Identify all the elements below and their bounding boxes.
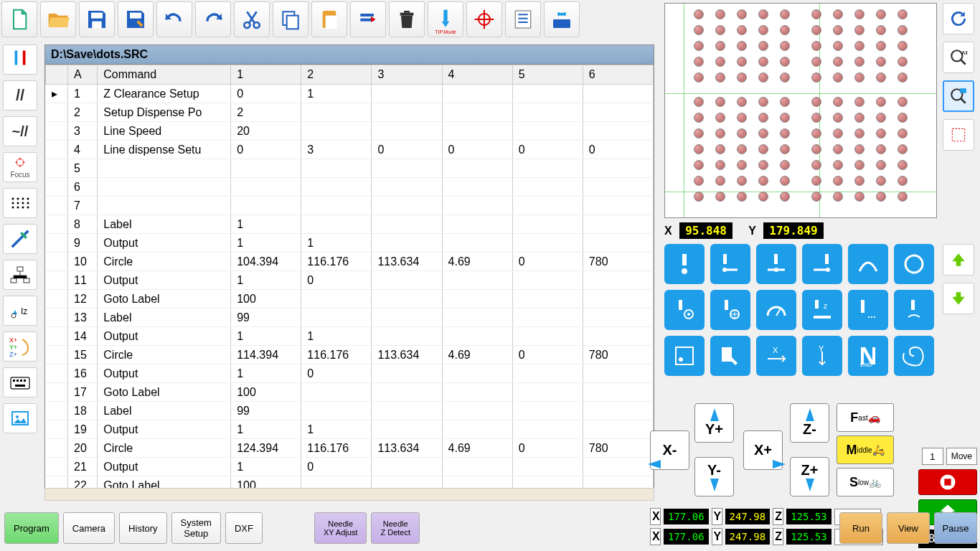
list-button[interactable]: [505, 1, 541, 37]
cmd-axis-x[interactable]: X: [756, 336, 796, 376]
paste-button[interactable]: [311, 1, 347, 37]
cmd-spiral[interactable]: [894, 336, 934, 376]
hierarchy-tool-button[interactable]: [3, 260, 37, 290]
dxf-button[interactable]: DXF: [225, 512, 263, 544]
stop-button[interactable]: [918, 469, 977, 495]
redo-button[interactable]: [195, 1, 231, 37]
camera-button[interactable]: Camera: [63, 512, 115, 544]
jog-z-plus[interactable]: Z+: [790, 457, 829, 496]
grid-row[interactable]: 4Line dispense Setu030000: [46, 141, 654, 159]
jog-z-minus[interactable]: Z-: [790, 403, 829, 443]
cmd-line-end[interactable]: [802, 244, 842, 284]
grid-row[interactable]: 16Output10: [46, 364, 654, 383]
grid-row[interactable]: 8Label1: [46, 215, 654, 234]
speed-fast[interactable]: Fast 🚗: [837, 403, 894, 432]
wave-tool-button[interactable]: ~//: [3, 116, 37, 146]
cmd-line-start[interactable]: [710, 244, 750, 284]
grid-row[interactable]: 20Circle124.394116.176113.6344.690780: [46, 439, 654, 458]
jog-x-minus[interactable]: X-: [650, 430, 689, 470]
grid-row[interactable]: 2Setup Dispense Po2: [46, 103, 654, 122]
move-step-input[interactable]: [922, 448, 943, 465]
preview-panel[interactable]: [664, 3, 937, 218]
grid-header[interactable]: 5: [512, 65, 583, 85]
up-button[interactable]: [943, 244, 974, 276]
grid-header[interactable]: 1: [231, 65, 301, 85]
jog-y-plus[interactable]: Y+: [694, 403, 734, 443]
grid-row[interactable]: 12Goto Label100: [46, 290, 654, 309]
cmd-retract[interactable]: [894, 290, 934, 330]
grid-row[interactable]: 3Line Speed20: [46, 122, 654, 141]
grid-header[interactable]: [46, 65, 68, 85]
cmd-dispense-dot[interactable]: [664, 244, 705, 284]
grid-row[interactable]: 21Output10: [46, 458, 654, 476]
grid-row[interactable]: 14Output11: [46, 327, 654, 346]
pause-button[interactable]: Pause: [934, 512, 977, 544]
image-tool-button[interactable]: [3, 403, 37, 433]
refresh-button[interactable]: [943, 3, 974, 34]
program-button[interactable]: Program: [4, 512, 59, 544]
cmd-line-setup[interactable]: [710, 290, 750, 330]
grid-header[interactable]: 4: [442, 65, 512, 85]
cmd-arc[interactable]: [848, 244, 888, 284]
grid-row[interactable]: ▸1Z Clearance Setup01: [46, 85, 654, 103]
focus-button[interactable]: Focus: [3, 152, 37, 182]
grid-row[interactable]: 6: [46, 178, 654, 197]
grid-row[interactable]: 10Circle104.394116.176113.6344.690780: [46, 253, 654, 271]
speed-slow[interactable]: Slow 🚲: [837, 468, 894, 496]
grid-row[interactable]: 17Goto Label100: [46, 383, 654, 402]
grid-header[interactable]: A: [67, 65, 97, 85]
selection-button[interactable]: [943, 119, 974, 151]
grid-row[interactable]: 18Label99: [46, 402, 654, 420]
sync-button[interactable]: [544, 1, 580, 37]
delete-button[interactable]: [389, 1, 425, 37]
dots-tool-button[interactable]: [3, 188, 37, 218]
open-file-button[interactable]: [40, 1, 76, 37]
grid-row[interactable]: 13Label99: [46, 309, 654, 327]
cmd-dispense-setup[interactable]: [664, 290, 705, 330]
undo-button[interactable]: [156, 1, 192, 37]
xyz-setup-button[interactable]: X+Y+Z+: [3, 331, 37, 362]
grid-row[interactable]: 11Output10: [46, 271, 654, 290]
cmd-z-clearance[interactable]: z: [802, 290, 842, 330]
cmd-circle[interactable]: [894, 244, 934, 284]
speed-middle[interactable]: Middle🛵: [837, 435, 894, 464]
grid-row[interactable]: 5: [46, 159, 654, 178]
grid-row[interactable]: 15Circle114.394116.176113.6344.690780: [46, 346, 654, 364]
program-grid[interactable]: ACommand123456 ▸1Z Clearance Setup012Set…: [45, 65, 654, 488]
history-button[interactable]: History: [119, 512, 166, 544]
parallel-tool-button[interactable]: //: [3, 80, 37, 110]
grid-header[interactable]: 3: [372, 65, 442, 85]
jog-x-plus[interactable]: X+: [743, 430, 783, 470]
insert-button[interactable]: [350, 1, 386, 37]
cut-button[interactable]: [234, 1, 270, 37]
cmd-home[interactable]: [848, 290, 888, 330]
new-file-button[interactable]: [1, 1, 37, 37]
grid-header[interactable]: 6: [583, 65, 653, 85]
jog-y-minus[interactable]: Y-: [694, 457, 734, 496]
view-button[interactable]: View: [887, 512, 930, 544]
cmd-speed[interactable]: [756, 290, 796, 330]
system-setup-button[interactable]: System Setup: [171, 512, 221, 544]
measure-tool-button[interactable]: [3, 224, 37, 254]
cmd-end[interactable]: END: [848, 336, 888, 376]
horizontal-scroll[interactable]: [44, 488, 654, 501]
zoom-all-button[interactable]: All: [943, 42, 974, 73]
save-edit-button[interactable]: [118, 1, 154, 37]
cmd-mark1[interactable]: [664, 336, 705, 376]
copy-button[interactable]: [273, 1, 308, 37]
needle-tool-button[interactable]: [3, 44, 37, 75]
grid-row[interactable]: 9Output11: [46, 234, 654, 253]
keyboard-button[interactable]: [3, 367, 37, 397]
crosshair-button[interactable]: [466, 1, 502, 37]
run-button[interactable]: Run: [839, 512, 882, 544]
grid-row[interactable]: 7: [46, 197, 654, 215]
down-button[interactable]: [943, 283, 974, 314]
zoom-select-button[interactable]: [943, 80, 974, 112]
grid-row[interactable]: 19Output11: [46, 420, 654, 439]
grid-header[interactable]: 2: [301, 65, 372, 85]
grid-header[interactable]: Command: [98, 65, 231, 85]
z-setup-button[interactable]: Iz: [3, 296, 37, 326]
grid-row[interactable]: 22Goto Label100: [46, 476, 654, 489]
move-button[interactable]: Move: [946, 448, 977, 465]
cmd-mark2[interactable]: [710, 336, 750, 376]
